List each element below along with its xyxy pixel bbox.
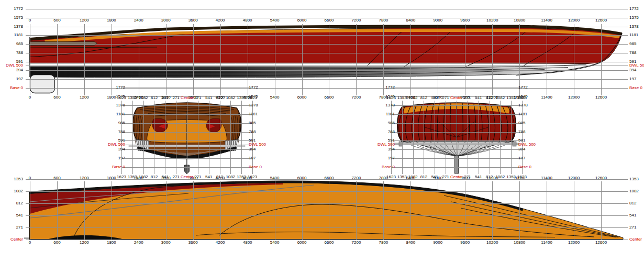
fwd-chine-knob-left [399,142,403,146]
drawing-layer [0,0,644,261]
aft-red-patch-right [206,118,221,133]
profile-view[interactable] [30,25,622,93]
profile-stern-appendage [30,75,55,93]
profile-bottom-band [30,63,600,78]
linesplan-canvas[interactable]: 0000600600600600120012001200120018001800… [0,0,644,261]
fwd-chine-knob-right [513,142,516,146]
profile-cockpit-step [30,42,97,46]
plan-view[interactable] [24,181,623,240]
